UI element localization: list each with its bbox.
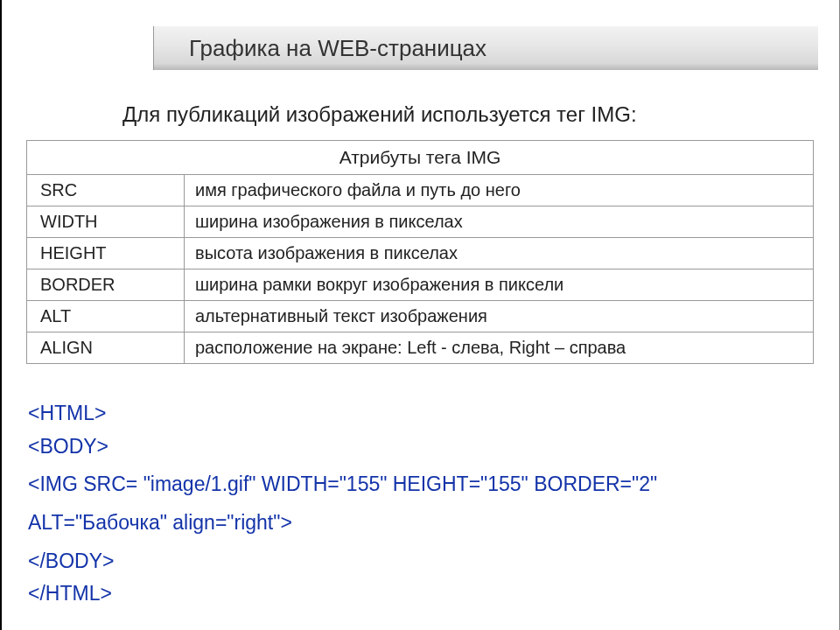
table-row: ALT альтернативный текст изображения (27, 301, 814, 332)
code-line: <HTML> (28, 398, 657, 430)
attr-desc: ширина изображения в пикселах (185, 206, 814, 238)
table-row: WIDTH ширина изображения в пикселах (27, 206, 814, 238)
table-row: SRC имя графического файла и путь до нег… (27, 175, 814, 206)
attr-desc: высота изображения в пикселах (185, 238, 814, 270)
table-row: ALIGN расположение на экране: Left - сле… (27, 332, 814, 364)
slide-title-banner: Графика на WEB-страницах (153, 26, 818, 70)
code-line: ALT="Бабочка" align="right"> (28, 508, 657, 539)
attr-name: ALIGN (27, 332, 185, 364)
attr-desc: имя графического файла и путь до него (185, 175, 814, 206)
attr-name: SRC (27, 175, 185, 206)
attr-desc: альтернативный текст изображения (185, 301, 814, 332)
attr-name: WIDTH (27, 206, 185, 238)
code-example: <HTML> <BODY> <IMG SRC= "image/1.gif" WI… (28, 398, 657, 612)
attr-desc: расположение на экране: Left - слева, Ri… (185, 332, 814, 364)
code-line: <IMG SRC= "image/1.gif" WIDTH="155" HEIG… (28, 469, 657, 500)
slide-title: Графика на WEB-страницах (189, 35, 486, 62)
left-edge (0, 0, 2, 630)
code-line: <BODY> (28, 431, 657, 463)
attr-name: BORDER (27, 270, 185, 301)
attr-name: HEIGHT (27, 238, 185, 270)
table-row: BORDER ширина рамки вокруг изображения в… (27, 270, 814, 301)
table-header: Атрибуты тега IMG (27, 141, 814, 175)
table-row: HEIGHT высота изображения в пикселах (27, 238, 814, 270)
code-line: </BODY> (28, 546, 657, 578)
attr-name: ALT (27, 301, 185, 332)
attr-desc: ширина рамки вокруг изображения в пиксел… (185, 270, 814, 301)
code-line: </HTML> (28, 578, 657, 610)
intro-text: Для публикаций изображений используется … (122, 102, 637, 127)
img-attributes-table: Атрибуты тега IMG SRC имя графического ф… (26, 140, 814, 364)
